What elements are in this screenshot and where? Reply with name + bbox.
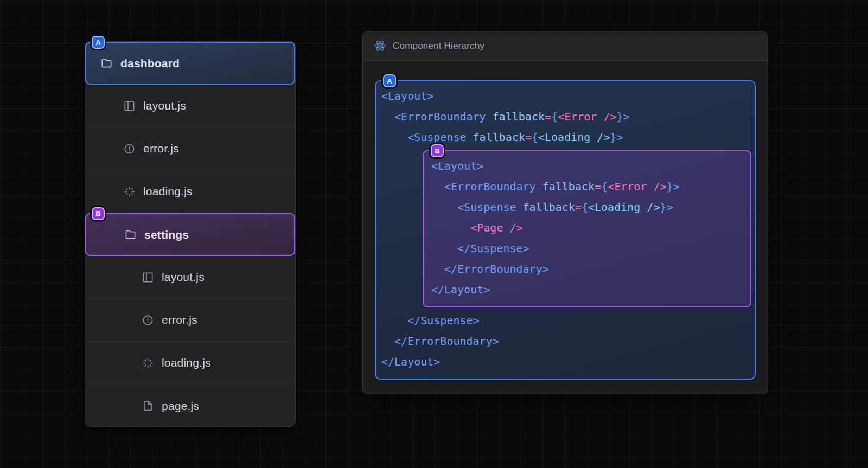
loader-icon [142,357,154,369]
badge-a: A [92,36,105,49]
file-row-loading-js: loading.js [85,170,295,213]
file-label: page.js [162,400,199,413]
file-label: loading.js [162,356,211,369]
code-outer-top: <Layout> <ErrorBoundary fallback={<Error… [381,86,751,148]
folder-label: dashboard [120,57,180,70]
file-row-layout-js: layout.js [85,85,295,127]
file-row-layout-js: layout.js [85,256,295,299]
badge-b: B [92,207,105,220]
panel-body: A <Layout> <ErrorBoundary fallback={<Err… [363,61,768,394]
diagram-canvas: A dashboard layout.js error.js loading.j… [0,0,868,468]
layout-icon [142,271,154,284]
badge-b: B [431,144,444,157]
code-highlight-box-b: B <Layout> <ErrorBoundary fallback={<Err… [423,150,751,307]
file-label: error.js [143,142,179,155]
component-hierarchy-panel: Component Hierarchy A <Layout> <ErrorBou… [362,31,768,394]
folder-label: settings [144,228,189,241]
file-row-error-js: error.js [85,127,295,170]
file-row-loading-js: loading.js [85,342,295,384]
file-label: error.js [162,313,197,326]
panel-title: Component Hierarchy [393,41,484,52]
file-row-page-js: page.js [85,384,295,427]
panel-header: Component Hierarchy [363,31,768,61]
code-inner: <Layout> <ErrorBoundary fallback={<Error… [431,156,745,300]
layout-icon [123,100,136,112]
file-row-error-js: error.js [85,299,295,342]
folder-icon [124,228,137,241]
file-icon [142,400,154,412]
alert-circle-icon [142,314,154,326]
file-label: loading.js [143,185,193,198]
react-logo-icon [374,40,386,52]
loader-icon [123,185,136,198]
folder-icon [100,57,113,69]
code-highlight-box-a: A <Layout> <ErrorBoundary fallback={<Err… [375,80,756,380]
file-tree: A dashboard layout.js error.js loading.j… [85,41,296,427]
file-label: layout.js [162,271,205,284]
file-label: layout.js [143,99,186,112]
folder-row-dashboard: A dashboard [85,42,295,85]
badge-a: A [383,74,396,87]
code-outer-bottom: </Suspense> </ErrorBoundary></Layout> [381,310,751,372]
alert-circle-icon [123,143,136,155]
folder-row-settings: B settings [85,213,295,256]
